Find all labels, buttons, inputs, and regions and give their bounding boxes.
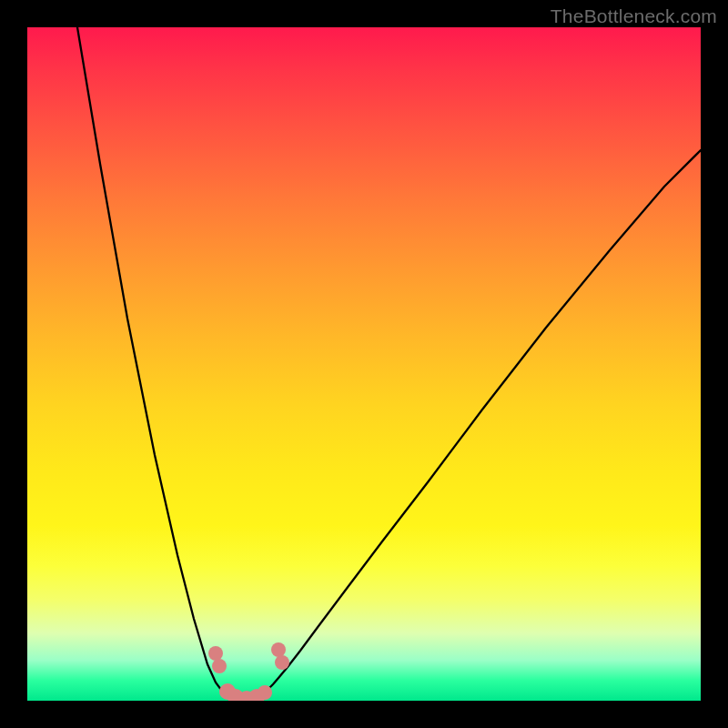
data-marker bbox=[271, 642, 286, 657]
chart-frame: TheBottleneck.com bbox=[0, 0, 728, 728]
plot-area bbox=[27, 27, 701, 701]
data-marker bbox=[275, 655, 289, 670]
data-marker bbox=[212, 659, 227, 673]
data-marker bbox=[208, 646, 223, 661]
right-curve bbox=[260, 150, 701, 696]
marker-group bbox=[208, 642, 289, 701]
left-curve bbox=[77, 27, 230, 696]
watermark-text: TheBottleneck.com bbox=[551, 5, 717, 27]
curve-layer bbox=[27, 27, 701, 701]
data-marker bbox=[258, 685, 272, 700]
